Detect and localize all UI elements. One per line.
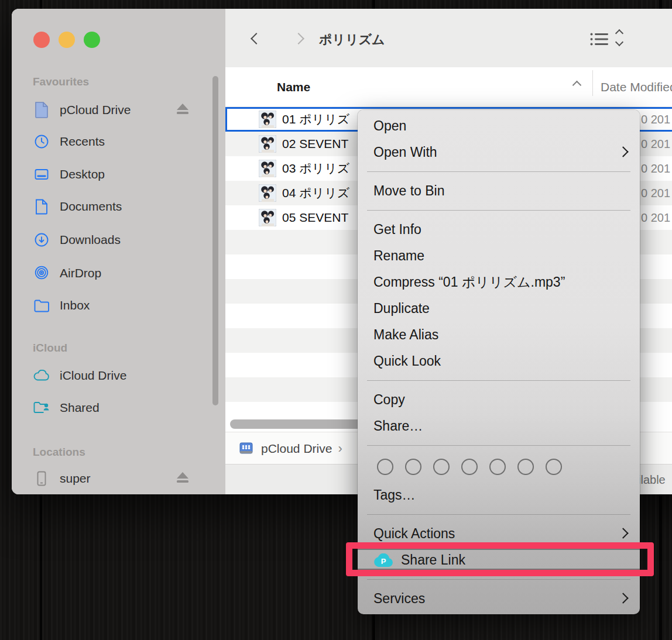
album-art-icon <box>259 209 276 226</box>
clock-icon <box>33 134 50 149</box>
zoom-button[interactable] <box>84 32 100 48</box>
menu-separator <box>367 380 630 381</box>
column-header-name[interactable]: Name <box>277 80 310 94</box>
sidebar-item-downloads[interactable]: Downloads <box>33 227 209 253</box>
menu-separator <box>367 210 630 211</box>
status-text: ilable <box>638 473 666 487</box>
sidebar-item-icloud-drive[interactable]: iCloud Drive <box>33 363 209 388</box>
tag-circle[interactable] <box>546 459 562 475</box>
column-header-date[interactable]: Date Modified <box>601 80 672 94</box>
chevron-left-icon <box>251 33 262 44</box>
minimize-button[interactable] <box>59 32 75 48</box>
toolbar: ポリリズム <box>225 9 672 68</box>
tag-circle[interactable] <box>433 459 450 475</box>
list-view-icon[interactable] <box>589 32 609 49</box>
album-art-icon <box>259 184 276 202</box>
desktop-icon <box>33 167 50 182</box>
menu-separator <box>367 514 630 515</box>
context-menu: Open Open With Move to Bin Get Info Rena… <box>358 110 640 614</box>
sidebar-item-inbox[interactable]: Inbox <box>33 293 209 318</box>
tag-circle[interactable] <box>405 459 421 475</box>
tag-circle[interactable] <box>489 459 506 475</box>
album-art-icon <box>259 160 276 177</box>
eject-icon[interactable] <box>175 471 190 486</box>
chevron-down-icon <box>615 38 623 46</box>
sidebar-section-icloud: iCloud <box>33 340 67 356</box>
menu-item-tags[interactable]: Tags… <box>358 482 640 508</box>
sidebar-section-favourites: Favourites <box>33 74 89 90</box>
airdrop-icon <box>33 266 50 281</box>
album-art-icon <box>259 111 276 128</box>
menu-item-move-to-bin[interactable]: Move to Bin <box>358 178 640 204</box>
back-button[interactable] <box>252 35 260 45</box>
share-link-highlight-annotation <box>346 542 654 576</box>
menu-separator <box>367 171 630 172</box>
menu-item-duplicate[interactable]: Duplicate <box>358 295 640 322</box>
sort-order-control[interactable] <box>616 30 622 45</box>
shared-folder-icon <box>33 401 50 415</box>
album-art-icon <box>259 135 276 153</box>
tag-circle[interactable] <box>517 459 534 475</box>
traffic-lights <box>33 32 100 48</box>
window-title: ポリリズム <box>319 31 385 49</box>
sidebar-item-desktop[interactable]: Desktop <box>33 161 209 187</box>
sidebar-item-shared[interactable]: Shared <box>33 395 209 421</box>
download-icon <box>33 232 50 247</box>
column-divider[interactable] <box>592 70 593 96</box>
menu-item-quick-look[interactable]: Quick Look <box>358 348 640 374</box>
sidebar-item-super[interactable]: super <box>33 466 209 491</box>
forward-button[interactable] <box>294 35 303 45</box>
breadcrumb-chevron-icon: › <box>338 441 342 456</box>
document-icon <box>33 199 50 215</box>
document-icon <box>33 102 50 118</box>
sidebar-item-recents[interactable]: Recents <box>33 129 209 154</box>
folder-icon <box>33 299 50 312</box>
breadcrumb[interactable]: pCloud Drive <box>261 442 332 456</box>
phone-icon <box>33 471 50 486</box>
menu-separator <box>367 579 630 580</box>
menu-item-copy[interactable]: Copy <box>358 387 640 413</box>
menu-item-share[interactable]: Share… <box>358 413 640 439</box>
sidebar-item-airdrop[interactable]: AirDrop <box>33 260 209 286</box>
sidebar: Favourites pCloud Drive Recents Desktop <box>12 9 225 494</box>
chevron-up-icon <box>615 29 623 37</box>
submenu-chevron-icon <box>618 528 628 538</box>
menu-item-rename[interactable]: Rename <box>358 243 640 269</box>
menu-item-compress[interactable]: Compress “01 ポリリズム.mp3” <box>358 269 640 295</box>
chevron-right-icon <box>293 33 304 44</box>
submenu-chevron-icon <box>618 146 628 157</box>
cloud-icon <box>33 370 50 381</box>
tag-color-row <box>358 452 640 482</box>
tag-circle[interactable] <box>461 459 478 475</box>
menu-item-open-with[interactable]: Open With <box>358 139 640 166</box>
close-button[interactable] <box>33 32 50 48</box>
sidebar-section-locations: Locations <box>33 445 85 460</box>
submenu-chevron-icon <box>618 593 628 603</box>
sidebar-item-pcloud-drive[interactable]: pCloud Drive <box>33 97 209 123</box>
menu-item-open[interactable]: Open <box>358 113 640 139</box>
tag-circle[interactable] <box>377 459 393 475</box>
menu-item-get-info[interactable]: Get Info <box>358 216 640 243</box>
eject-icon[interactable] <box>175 102 190 118</box>
pcloud-drive-icon <box>238 441 254 456</box>
sidebar-scrollbar[interactable] <box>212 76 218 405</box>
menu-separator <box>367 445 630 446</box>
menu-item-make-alias[interactable]: Make Alias <box>358 322 640 348</box>
sort-ascending-icon <box>574 80 580 91</box>
sidebar-item-documents[interactable]: Documents <box>33 194 209 219</box>
column-header-row: Name Date Modified <box>225 67 672 107</box>
menu-item-services[interactable]: Services <box>358 586 640 612</box>
